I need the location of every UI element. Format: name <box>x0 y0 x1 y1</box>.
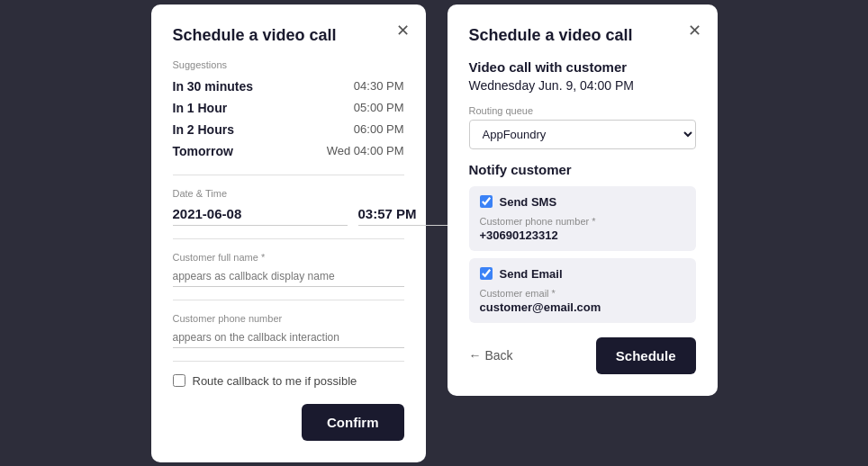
sms-notify-card: Send SMS Customer phone number * +306901… <box>469 186 696 251</box>
date-time-group: Date & Time <box>173 188 404 226</box>
customer-name-label: Customer full name * <box>173 252 404 263</box>
right-panel-title: Schedule a video call <box>469 26 696 45</box>
suggestion-time-0: 04:30 PM <box>354 79 404 93</box>
route-callback-checkbox[interactable] <box>173 374 185 387</box>
routing-label: Routing queue <box>469 105 696 116</box>
left-close-button[interactable]: ✕ <box>396 21 410 40</box>
suggestion-row-1[interactable]: In 1 Hour 05:00 PM <box>173 97 404 119</box>
divider-1 <box>173 175 404 175</box>
suggestion-time-2: 06:00 PM <box>354 122 404 136</box>
customer-email-field-label: Customer email * <box>480 288 685 299</box>
suggestion-row-3[interactable]: Tomorrow Wed 04:00 PM <box>173 140 404 162</box>
call-subtitle: Video call with customer <box>469 59 696 75</box>
date-input[interactable] <box>173 202 348 226</box>
suggestion-label-0: In 30 minutes <box>173 79 253 94</box>
customer-phone-input[interactable] <box>173 327 404 348</box>
divider-2 <box>173 238 404 239</box>
send-sms-checkbox[interactable] <box>480 195 493 208</box>
right-panel-footer: ← Back Schedule <box>469 337 696 374</box>
suggestion-time-3: Wed 04:00 PM <box>327 144 404 157</box>
divider-3 <box>173 300 404 300</box>
customer-email-value: customer@email.com <box>480 300 685 314</box>
left-panel: Schedule a video call ✕ Suggestions In 3… <box>151 4 426 462</box>
right-panel: Schedule a video call ✕ Video call with … <box>448 4 718 396</box>
confirm-button[interactable]: Confirm <box>302 404 404 441</box>
divider-4 <box>173 361 404 362</box>
send-email-row: Send Email <box>480 267 685 281</box>
right-close-button[interactable]: ✕ <box>688 21 701 40</box>
suggestion-row-2[interactable]: In 2 Hours 06:00 PM <box>173 119 404 140</box>
routing-queue-select[interactable]: AppFoundry <box>469 120 696 149</box>
email-notify-card: Send Email Customer email * customer@ema… <box>469 258 696 323</box>
suggestion-label-3: Tomorrow <box>173 144 233 158</box>
date-time-row <box>173 202 404 226</box>
suggestion-label-2: In 2 Hours <box>173 122 234 137</box>
suggestion-time-1: 05:00 PM <box>354 101 404 114</box>
back-button[interactable]: ← Back <box>469 348 513 363</box>
notify-title: Notify customer <box>469 162 696 177</box>
date-time-label: Date & Time <box>173 188 404 199</box>
customer-phone-group: Customer phone number <box>173 313 404 348</box>
customer-name-input[interactable] <box>173 266 404 287</box>
schedule-button[interactable]: Schedule <box>596 337 696 374</box>
call-datetime: Wednesday Jun. 9, 04:00 PM <box>469 78 696 93</box>
route-callback-label: Route callback to me if possible <box>193 374 357 388</box>
suggestion-row-0[interactable]: In 30 minutes 04:30 PM <box>173 76 404 97</box>
send-sms-row: Send SMS <box>480 195 685 209</box>
left-panel-title: Schedule a video call <box>173 26 404 45</box>
send-sms-label: Send SMS <box>500 195 557 209</box>
suggestion-label-1: In 1 Hour <box>173 101 228 115</box>
customer-phone-value: +30690123312 <box>480 229 685 242</box>
suggestions-label: Suggestions <box>173 59 404 70</box>
customer-phone-field-label: Customer phone number * <box>480 216 685 227</box>
customer-name-group: Customer full name * <box>173 252 404 287</box>
route-callback-row: Route callback to me if possible <box>173 374 404 388</box>
send-email-label: Send Email <box>500 267 563 281</box>
panels-container: Schedule a video call ✕ Suggestions In 3… <box>151 4 718 462</box>
customer-phone-label: Customer phone number <box>173 313 404 324</box>
send-email-checkbox[interactable] <box>480 267 493 280</box>
